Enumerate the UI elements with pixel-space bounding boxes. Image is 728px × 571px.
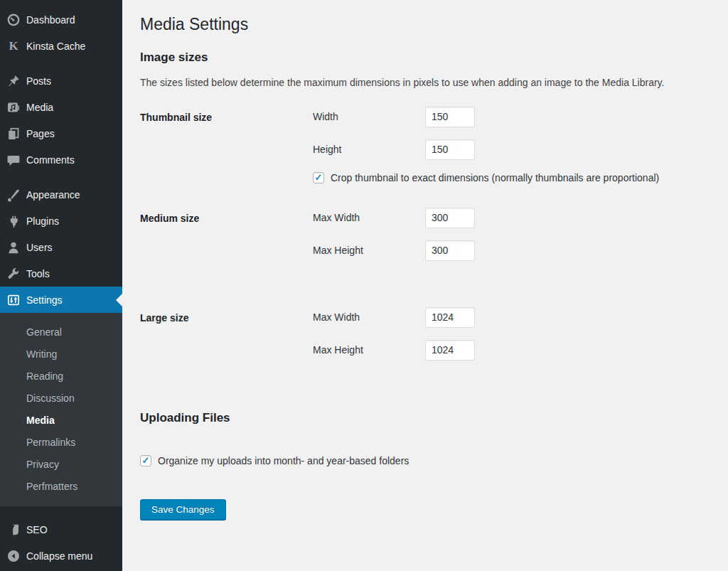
sidebar-subitem-discussion[interactable]: Discussion	[0, 388, 122, 410]
large-max-height-input[interactable]	[425, 340, 475, 361]
image-sizes-heading: Image sizes	[140, 50, 714, 65]
sidebar-subitem-privacy[interactable]: Privacy	[0, 454, 122, 476]
large-size-label: Large size	[140, 307, 313, 373]
sidebar-item-label: Media	[26, 102, 53, 113]
sidebar-item-seo[interactable]: SEO	[0, 516, 122, 543]
medium-max-width-input[interactable]	[425, 208, 475, 228]
large-max-height-label: Max Height	[313, 344, 425, 356]
sidebar-item-dashboard[interactable]: Dashboard	[0, 6, 122, 33]
settings-submenu: General Writing Reading Discussion Media…	[0, 313, 122, 506]
medium-size-row: Medium size Max Width Max Height	[140, 208, 714, 273]
thumbnail-width-label: Width	[313, 111, 425, 122]
sidebar-item-users[interactable]: Users	[0, 234, 122, 260]
main-content: Media Settings Image sizes The sizes lis…	[122, 0, 728, 571]
sidebar-item-label: Pages	[26, 128, 55, 139]
sidebar-item-posts[interactable]: Posts	[0, 68, 122, 94]
plugin-icon	[6, 214, 21, 228]
sidebar-item-media[interactable]: Media	[0, 94, 122, 120]
page-title: Media Settings	[140, 14, 714, 36]
sidebar-subitem-general[interactable]: General	[0, 321, 122, 343]
thumbnail-size-label: Thumbnail size	[140, 107, 313, 183]
thumbnail-height-input[interactable]	[425, 139, 475, 160]
organize-uploads-checkbox[interactable]	[140, 455, 151, 466]
sidebar-item-label: Collapse menu	[26, 550, 92, 562]
sidebar-item-label: Comments	[26, 154, 75, 166]
uploading-files-heading: Uploading Files	[140, 411, 714, 425]
sidebar-item-label: SEO	[26, 524, 48, 535]
save-changes-button[interactable]: Save Changes	[140, 499, 226, 520]
sidebar-subitem-reading[interactable]: Reading	[0, 365, 122, 388]
sidebar-item-label: Appearance	[26, 189, 80, 201]
thumbnail-width-input[interactable]	[425, 107, 475, 127]
pin-icon	[6, 74, 21, 88]
wrench-icon	[6, 267, 21, 281]
brush-icon	[6, 188, 21, 202]
sidebar-subitem-media[interactable]: Media	[0, 410, 122, 432]
sidebar-item-settings[interactable]: Settings	[0, 287, 122, 313]
medium-max-height-input[interactable]	[425, 240, 475, 261]
sidebar-item-plugins[interactable]: Plugins	[0, 208, 122, 234]
sidebar-item-label: Tools	[26, 268, 50, 279]
user-icon	[6, 240, 21, 255]
medium-max-width-label: Max Width	[313, 212, 425, 223]
media-icon	[6, 100, 21, 114]
wordpress-admin: Dashboard K Kinsta Cache Posts Media Pag…	[0, 0, 728, 571]
sidebar-item-label: Settings	[26, 294, 63, 306]
comment-icon	[6, 153, 21, 167]
medium-max-height-label: Max Height	[313, 245, 425, 256]
sidebar-item-label: Plugins	[26, 215, 59, 227]
large-max-width-input[interactable]	[425, 307, 475, 328]
sidebar-item-label: Dashboard	[26, 14, 75, 26]
dashboard-icon	[6, 13, 21, 27]
organize-uploads-label: Organize my uploads into month- and year…	[158, 455, 409, 466]
thumbnail-height-label: Height	[313, 144, 425, 155]
large-size-row: Large size Max Width Max Height	[140, 307, 714, 373]
collapse-icon	[6, 549, 21, 563]
sidebar-item-pages[interactable]: Pages	[0, 120, 122, 146]
sidebar-item-label: Kinsta Cache	[26, 41, 85, 52]
pages-icon	[6, 127, 21, 141]
sidebar-subitem-permalinks[interactable]: Permalinks	[0, 432, 122, 454]
menu-separator	[0, 59, 122, 68]
sidebar-item-comments[interactable]: Comments	[0, 146, 122, 173]
sliders-icon	[6, 293, 21, 307]
large-max-width-label: Max Width	[313, 311, 425, 323]
sidebar-item-tools[interactable]: Tools	[0, 260, 122, 287]
kinsta-icon: K	[6, 39, 21, 53]
menu-separator	[0, 173, 122, 181]
thumbnail-size-row: Thumbnail size Width Height Crop thumbna…	[140, 107, 714, 183]
medium-size-label: Medium size	[140, 208, 313, 273]
sidebar-item-label: Users	[26, 242, 53, 253]
sidebar-subitem-perfmatters[interactable]: Perfmatters	[0, 476, 122, 498]
yoast-icon	[6, 523, 21, 537]
crop-thumbnail-label: Crop thumbnail to exact dimensions (norm…	[331, 172, 659, 183]
sidebar-subitem-writing[interactable]: Writing	[0, 343, 122, 365]
collapse-menu-button[interactable]: Collapse menu	[0, 543, 122, 569]
crop-thumbnail-checkbox[interactable]	[313, 172, 324, 183]
sidebar-item-kinsta-cache[interactable]: K Kinsta Cache	[0, 33, 122, 59]
admin-sidebar: Dashboard K Kinsta Cache Posts Media Pag…	[0, 0, 122, 571]
sidebar-footer: SEO Collapse menu	[0, 516, 122, 569]
sidebar-item-label: Posts	[26, 75, 51, 87]
image-sizes-description: The sizes listed below determine the max…	[140, 77, 714, 88]
sidebar-item-appearance[interactable]: Appearance	[0, 181, 122, 208]
